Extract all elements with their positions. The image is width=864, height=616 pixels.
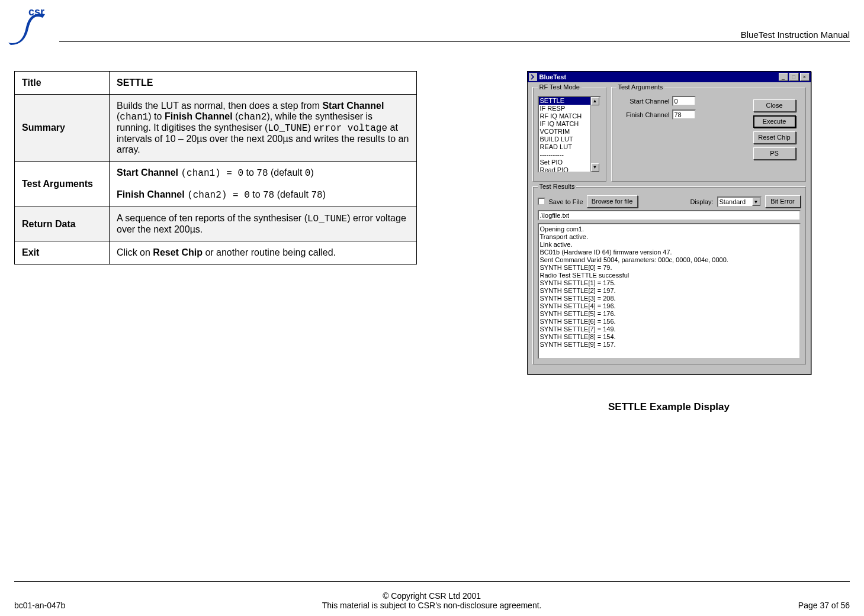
cell-value: Builds the LUT as normal, then does a st…	[110, 95, 417, 162]
table-row: Return Data A sequence of ten reports of…	[15, 207, 417, 241]
figure-caption: SETTLE Example Display	[608, 401, 730, 413]
save-to-file-checkbox[interactable]	[538, 198, 545, 205]
cell-label: Exit	[15, 241, 110, 265]
scroll-up-icon[interactable]: ▲	[591, 97, 599, 105]
bluetest-window: BlueTest _ □ × RF Test Mode SETTLEIF RES…	[527, 71, 811, 375]
start-channel-label: Start Channel	[616, 98, 670, 105]
bit-error-button[interactable]: Bit Error	[765, 195, 801, 208]
display-label: Display:	[690, 198, 713, 205]
footer-rule	[14, 581, 850, 582]
table-row: Title SETTLE	[15, 72, 417, 95]
maximize-icon: □	[789, 73, 799, 81]
titlebar[interactable]: BlueTest _ □ ×	[528, 72, 811, 82]
header-rule	[59, 41, 850, 42]
table-row: Test Arguments Start Channel (chan1) = 0…	[15, 162, 417, 207]
rf-test-mode-group: RF Test Mode SETTLEIF RESPRF IQ MATCHIF …	[532, 87, 606, 182]
group-legend: Test Results	[538, 183, 577, 190]
start-channel-input[interactable]	[672, 96, 696, 106]
footer-left: bc01-an-047b	[14, 601, 65, 610]
spec-table: Title SETTLE Summary Builds the LUT as n…	[14, 71, 417, 265]
csr-logo: csr	[5, 5, 50, 50]
scrollbar[interactable]: ▲ ▼	[590, 97, 600, 172]
window-title: BlueTest	[539, 73, 778, 80]
page-footer: bc01-an-047b © Copyright CSR Ltd 2001 Th…	[14, 591, 850, 610]
app-icon	[529, 73, 537, 81]
cell-label: Title	[15, 72, 110, 95]
finish-channel-input[interactable]	[672, 109, 696, 120]
cell-label: Test Arguments	[15, 162, 110, 207]
test-results-group: Test Results Save to File Browse for fil…	[532, 186, 806, 365]
save-to-file-label: Save to File	[549, 198, 583, 205]
display-value: Standard	[720, 198, 746, 205]
browse-button[interactable]: Browse for file	[587, 195, 638, 208]
close-icon[interactable]: ×	[800, 73, 810, 81]
scroll-down-icon[interactable]: ▼	[591, 163, 599, 172]
minimize-icon[interactable]: _	[779, 73, 788, 81]
logfile-path-input[interactable]	[538, 210, 801, 221]
cell-label: Summary	[15, 95, 110, 162]
results-log[interactable]: Opening com1. Transport active. Link act…	[538, 223, 801, 359]
rf-mode-listbox[interactable]: SETTLEIF RESPRF IQ MATCHIF IQ MATCHVCOTR…	[538, 96, 601, 173]
test-arguments-group: Test Arguments Start Channel Finish Chan…	[611, 87, 806, 182]
table-row: Exit Click on Reset Chip or another rout…	[15, 241, 417, 265]
table-row: Summary Builds the LUT as normal, then d…	[15, 95, 417, 162]
reset-chip-button[interactable]: Reset Chip	[753, 131, 796, 144]
cell-value: A sequence of ten reports of the synthes…	[110, 207, 417, 241]
close-button[interactable]: Close	[753, 99, 796, 112]
group-legend: Test Arguments	[616, 83, 665, 91]
footer-nda: This material is subject to CSR's non-di…	[65, 601, 798, 610]
footer-copyright: © Copyright CSR Ltd 2001	[65, 591, 798, 601]
finish-channel-label: Finish Channel	[616, 111, 670, 118]
group-legend: RF Test Mode	[538, 83, 582, 91]
svg-text:csr: csr	[28, 6, 44, 18]
execute-button[interactable]: Execute	[753, 115, 796, 128]
cell-value: Click on Reset Chip or another routine b…	[110, 241, 417, 265]
ps-button[interactable]: PS	[753, 147, 796, 160]
page-header: csr BlueTest Instruction Manual	[0, 0, 864, 53]
doc-title: BlueTest Instruction Manual	[741, 30, 850, 40]
cell-label: Return Data	[15, 207, 110, 241]
display-dropdown[interactable]: Standard ▼	[717, 196, 762, 207]
chevron-down-icon[interactable]: ▼	[752, 198, 760, 206]
footer-page: Page 37 of 56	[798, 601, 850, 610]
cell-value: SETTLE	[110, 72, 417, 95]
cell-value: Start Channel (chan1) = 0 to 78 (default…	[110, 162, 417, 207]
